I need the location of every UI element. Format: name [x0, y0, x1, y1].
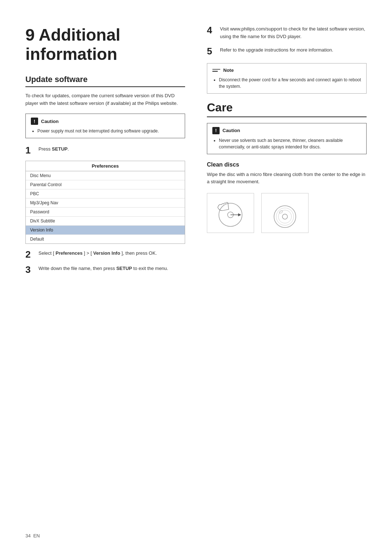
care-title: Care [207, 101, 367, 117]
care-section: Care ! Caution Never use solvents such a… [207, 101, 367, 233]
step-1-content: Press SETUP. [38, 146, 185, 153]
disc-illustration-1 [207, 193, 254, 233]
prefs-row-parental: Parental Control [26, 180, 185, 189]
note-icon-line-1 [212, 69, 220, 70]
disc-illustration-2 [261, 193, 309, 233]
step-4-content: Visit www.philips.com/support to check f… [220, 25, 367, 41]
prefs-row-divx-label: DivX Subtitle [30, 218, 105, 224]
clean-discs-title: Clean discs [207, 161, 367, 168]
update-software-title: Update software [25, 75, 185, 87]
prefs-row-mp3: Mp3/Jpeg Nav [26, 198, 185, 208]
caution-header: ! Caution [31, 118, 180, 125]
prefs-row-divx: DivX Subtitle [26, 217, 185, 226]
caution-icon: ! [31, 118, 38, 125]
right-steps: 4 Visit www.philips.com/support to check… [207, 25, 367, 56]
prefs-row-password-label: Password [30, 209, 105, 214]
svg-point-6 [276, 208, 294, 225]
prefs-row-version-label: Version Info [30, 228, 105, 233]
step-2: 2 Select [ Preferences ] > [ Version Inf… [25, 250, 185, 259]
prefs-row-default-label: Default [30, 237, 105, 242]
step-5: 5 Refer to the upgrade instructions for … [207, 46, 367, 56]
svg-point-3 [274, 206, 296, 228]
care-caution-item: Never use solvents such as benzene, thin… [219, 137, 361, 150]
step-5-number: 5 [207, 46, 215, 56]
svg-point-4 [282, 214, 287, 219]
caution-box-update: ! Caution Power supply must not be inter… [25, 114, 185, 138]
note-item: Disconnect the power cord for a few seco… [219, 77, 361, 90]
step-4: 4 Visit www.philips.com/support to check… [207, 25, 367, 41]
clean-discs-section: Clean discs Wipe the disc with a micro f… [207, 161, 367, 233]
step-2-content: Select [ Preferences ] > [ Version Info … [38, 250, 185, 257]
step-4-number: 4 [207, 25, 215, 35]
care-caution-header: ! Caution [212, 127, 361, 134]
prefs-row-disc-menu: Disc Menu [26, 171, 185, 180]
clean-discs-text: Wipe the disc with a micro fibre cleanin… [207, 171, 367, 186]
prefs-row-mp3-label: Mp3/Jpeg Nav [30, 200, 105, 205]
disc-illustrations [207, 193, 367, 233]
step-5-content: Refer to the upgrade instructions for mo… [220, 46, 367, 54]
note-icon [212, 67, 220, 74]
caution-item: Power supply must not be interrupted dur… [37, 128, 180, 134]
prefs-row-version: Version Info [26, 226, 185, 235]
note-icon-line-2 [212, 71, 218, 72]
note-header: Note [212, 67, 361, 74]
update-software-intro: To check for updates, compare the curren… [25, 92, 185, 107]
prefs-row-parental-label: Parental Control [30, 182, 105, 187]
care-caution-icon: ! [212, 127, 220, 134]
disc-clean-svg-2 [265, 197, 305, 229]
prefs-row-pbc-label: PBC [30, 191, 105, 196]
step-3-content: Write down the file name, then press SET… [38, 265, 185, 273]
preferences-table: Preferences Disc Menu Parental Control P… [25, 161, 185, 244]
page-number: 34 [25, 533, 30, 538]
caution-label: Caution [41, 119, 58, 124]
chapter-number: 9 [25, 25, 35, 44]
disc-clean-svg-1 [211, 197, 250, 229]
note-label: Note [223, 67, 234, 73]
care-caution-list: Never use solvents such as benzene, thin… [212, 137, 361, 150]
chapter-title: 9 Additional information [25, 25, 185, 64]
note-box: Note Disconnect the power cord for a few… [207, 63, 367, 94]
prefs-row-default: Default [26, 235, 185, 243]
care-caution-label: Caution [222, 128, 240, 133]
right-column: 4 Visit www.philips.com/support to check… [207, 22, 367, 531]
step-1: 1 Press SETUP. [25, 146, 185, 155]
step-2-number: 2 [25, 250, 33, 259]
caution-list: Power supply must not be interrupted dur… [31, 128, 180, 134]
prefs-row-password: Password [26, 208, 185, 217]
page: 9 Additional information Update software… [0, 0, 392, 553]
lang: EN [33, 533, 40, 538]
prefs-row-pbc: PBC [26, 189, 185, 198]
left-column: 9 Additional information Update software… [25, 22, 185, 531]
step-3-number: 3 [25, 265, 33, 274]
page-footer: 34 EN [25, 533, 40, 538]
step-3: 3 Write down the file name, then press S… [25, 265, 185, 274]
caution-box-care: ! Caution Never use solvents such as ben… [207, 123, 367, 154]
prefs-row-disc-menu-label: Disc Menu [30, 173, 105, 178]
note-list: Disconnect the power cord for a few seco… [212, 77, 361, 90]
step-1-number: 1 [25, 146, 33, 155]
chapter-title-text: Additional information [25, 25, 121, 64]
svg-point-5 [278, 210, 291, 223]
prefs-table-header: Preferences [26, 161, 185, 171]
